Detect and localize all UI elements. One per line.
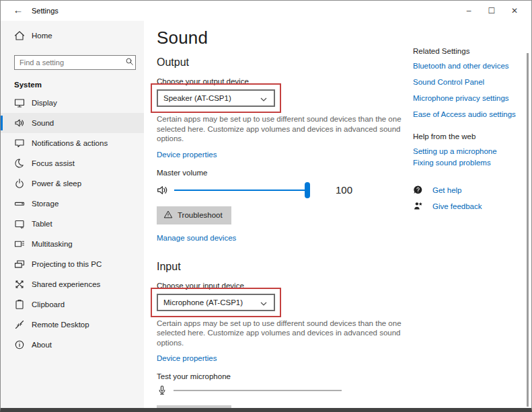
- clipboard-icon: [14, 299, 25, 310]
- scrollbar-thumb[interactable]: [527, 53, 529, 407]
- output-troubleshoot-button[interactable]: Troubleshoot: [157, 206, 231, 224]
- sidebar-item-label: Tablet: [32, 220, 52, 228]
- ease-of-access-audio-settings-link[interactable]: Ease of Access audio settings: [413, 110, 524, 118]
- sidebar: Home System Display Sound Notifications …: [1, 21, 144, 408]
- input-device-label: Choose your input device: [157, 282, 409, 290]
- give-feedback-icon: [413, 201, 423, 211]
- back-button[interactable]: ←: [10, 4, 26, 17]
- slider-thumb[interactable]: [305, 182, 310, 198]
- troubleshoot-label: Troubleshoot: [178, 211, 223, 219]
- microphone-test-row: [157, 384, 409, 397]
- sidebar-item-label: Storage: [32, 200, 59, 208]
- sidebar-item-clipboard[interactable]: Clipboard: [1, 294, 144, 315]
- notifications-icon: [14, 138, 25, 149]
- sidebar-item-label: Shared experiences: [32, 280, 100, 288]
- input-troubleshoot-button[interactable]: Troubleshoot: [157, 405, 231, 412]
- minimize-button[interactable]: –: [457, 1, 480, 21]
- master-volume-label: Master volume: [157, 169, 409, 177]
- output-description: Certain apps may be set up to use differ…: [157, 114, 404, 144]
- output-heading: Output: [157, 56, 409, 69]
- bluetooth-and-other-devices-link[interactable]: Bluetooth and other devices: [413, 62, 524, 70]
- title-bar: ← Settings – ☐ ✕: [1, 1, 531, 21]
- chevron-down-icon: [260, 92, 268, 104]
- test-microphone-label: Test your microphone: [157, 372, 409, 380]
- give-feedback-link[interactable]: Give feedback: [413, 201, 524, 211]
- give-feedback-label: Give feedback: [432, 202, 482, 210]
- sidebar-item-multitasking[interactable]: Multitasking: [1, 234, 144, 254]
- setting-up-microphone-link[interactable]: Setting up a microphone: [413, 147, 524, 155]
- output-device-value: Speaker (AT-CSP1): [163, 94, 260, 102]
- shared-experiences-icon: [14, 279, 25, 290]
- input-device-dropdown[interactable]: Microphone (AT-CSP1): [157, 294, 275, 311]
- warning-icon: [163, 409, 173, 412]
- sidebar-item-label: Display: [32, 99, 57, 107]
- sidebar-item-focus-assist[interactable]: Focus assist: [1, 153, 144, 173]
- master-volume-value: 100: [336, 184, 352, 196]
- output-device-label: Choose your output device: [157, 77, 409, 85]
- window-title: Settings: [32, 7, 59, 15]
- search-icon[interactable]: [123, 56, 135, 69]
- focus-assist-icon: [14, 158, 25, 169]
- search-box: [14, 55, 136, 70]
- projecting-icon: [14, 259, 25, 270]
- microphone-privacy-settings-link[interactable]: Microphone privacy settings: [413, 94, 524, 102]
- sidebar-item-about[interactable]: About: [1, 335, 144, 355]
- sidebar-item-shared-experiences[interactable]: Shared experiences: [1, 274, 144, 294]
- sidebar-item-notifications[interactable]: Notifications & actions: [1, 133, 144, 153]
- search-input[interactable]: [15, 58, 123, 67]
- help-actions: Get help Give feedback: [413, 185, 524, 211]
- get-help-label: Get help: [432, 186, 461, 194]
- output-device-properties-link[interactable]: Device properties: [157, 151, 217, 159]
- sidebar-item-projecting[interactable]: Projecting to this PC: [1, 254, 144, 274]
- get-help-link[interactable]: Get help: [413, 185, 524, 195]
- close-icon: ✕: [511, 6, 518, 15]
- sidebar-item-home[interactable]: Home: [1, 26, 144, 46]
- sidebar-item-label: Focus assist: [32, 159, 75, 167]
- microphone-level-bar: [174, 390, 342, 391]
- page-title: Sound: [157, 28, 409, 48]
- sidebar-item-display[interactable]: Display: [1, 93, 144, 113]
- volume-speaker-icon: [157, 184, 169, 196]
- get-help-icon: [413, 185, 423, 195]
- input-device-properties-link[interactable]: Device properties: [157, 354, 217, 362]
- input-device-value: Microphone (AT-CSP1): [163, 298, 260, 306]
- sidebar-item-power-sleep[interactable]: Power & sleep: [1, 173, 144, 194]
- maximize-icon: ☐: [488, 6, 496, 15]
- master-volume-slider[interactable]: [174, 182, 307, 198]
- settings-window: ← Settings – ☐ ✕ Home System Display Sou…: [0, 0, 532, 412]
- sidebar-item-label: About: [32, 341, 52, 349]
- fixing-sound-problems-link[interactable]: Fixing sound problems: [413, 159, 524, 167]
- chevron-down-icon: [260, 296, 268, 308]
- input-description: Certain apps may be set up to use differ…: [157, 319, 404, 348]
- sidebar-section-label: System: [14, 81, 144, 89]
- microphone-icon: [157, 385, 167, 396]
- sidebar-item-label: Multitasking: [32, 240, 73, 248]
- sound-control-panel-link[interactable]: Sound Control Panel: [413, 78, 524, 86]
- main-content: Sound Output Choose your output device S…: [157, 21, 409, 408]
- sidebar-item-label: Home: [32, 32, 52, 40]
- warning-icon: [163, 210, 173, 220]
- input-heading: Input: [157, 261, 409, 273]
- sidebar-item-storage[interactable]: Storage: [1, 194, 144, 214]
- maximize-button[interactable]: ☐: [480, 1, 503, 21]
- sidebar-item-remote-desktop[interactable]: Remote Desktop: [1, 315, 144, 335]
- tablet-icon: [14, 218, 25, 229]
- sound-icon: [14, 118, 25, 128]
- display-icon: [14, 97, 25, 108]
- sidebar-item-label: Notifications & actions: [32, 139, 108, 147]
- window-controls: – ☐ ✕: [457, 1, 526, 21]
- back-arrow-icon: ←: [13, 4, 24, 15]
- output-device-dropdown[interactable]: Speaker (AT-CSP1): [157, 89, 275, 107]
- related-settings-heading: Related Settings: [413, 47, 524, 55]
- minimize-icon: –: [467, 6, 471, 15]
- close-button[interactable]: ✕: [503, 1, 526, 21]
- vertical-scrollbar[interactable]: [527, 28, 529, 407]
- sidebar-item-label: Power & sleep: [32, 179, 81, 188]
- slider-track: [174, 190, 307, 191]
- help-from-web-panel: Help from the web Setting up a microphon…: [413, 132, 524, 167]
- output-manage-sound-devices-link[interactable]: Manage sound devices: [157, 234, 236, 242]
- help-from-web-heading: Help from the web: [413, 132, 524, 140]
- sidebar-item-label: Remote Desktop: [32, 321, 89, 329]
- sidebar-item-tablet[interactable]: Tablet: [1, 214, 144, 234]
- sidebar-item-sound[interactable]: Sound: [1, 113, 144, 133]
